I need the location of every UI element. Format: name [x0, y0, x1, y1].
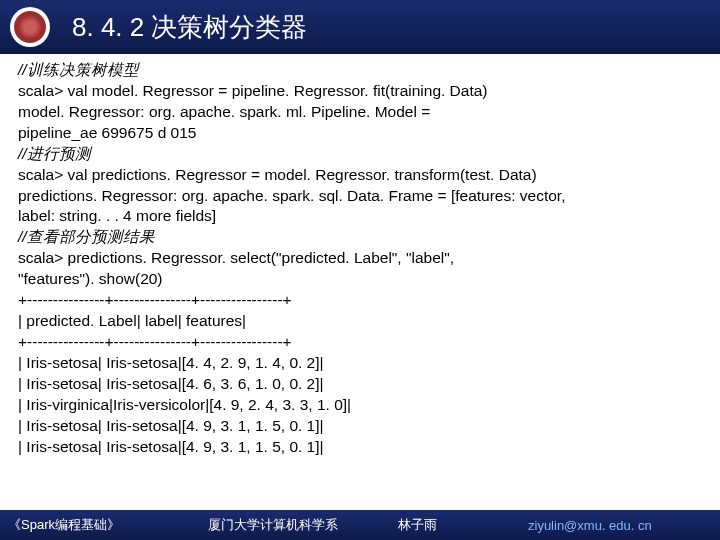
table-row: | Iris-setosa| Iris-setosa|[4. 6, 3. 6, … [18, 374, 702, 395]
slide-header: 8. 4. 2 决策树分类器 [0, 0, 720, 54]
slide-content: //训练决策树模型 scala> val model. Regressor = … [0, 54, 720, 510]
table-row: | Iris-setosa| Iris-setosa|[4. 9, 3. 1, … [18, 437, 702, 458]
code-line: "features"). show(20) [18, 269, 702, 290]
footer-department: 厦门大学计算机科学系 [208, 516, 398, 534]
footer-author: 林子雨 [398, 516, 528, 534]
logo-seal [14, 11, 46, 43]
code-line: scala> val predictions. Regressor = mode… [18, 165, 702, 186]
comment-view-results: //查看部分预测结果 [18, 227, 702, 248]
footer-book-title: 《Spark编程基础》 [8, 516, 208, 534]
comment-train: //训练决策树模型 [18, 60, 702, 81]
table-row: | Iris-virginica|Iris-versicolor|[4. 9, … [18, 395, 702, 416]
code-line: scala> val model. Regressor = pipeline. … [18, 81, 702, 102]
table-row: | Iris-setosa| Iris-setosa|[4. 4, 2. 9, … [18, 353, 702, 374]
table-divider: +---------------+---------------+-------… [18, 332, 702, 353]
slide-title: 8. 4. 2 决策树分类器 [72, 10, 308, 45]
table-divider: +---------------+---------------+-------… [18, 290, 702, 311]
code-line: label: string. . . 4 more fields] [18, 206, 702, 227]
university-logo [10, 7, 50, 47]
table-row: | Iris-setosa| Iris-setosa|[4. 9, 3. 1, … [18, 416, 702, 437]
code-line: scala> predictions. Regressor. select("p… [18, 248, 702, 269]
code-line: pipeline_ae 699675 d 015 [18, 123, 702, 144]
footer-email: ziyulin@xmu. edu. cn [528, 518, 652, 533]
code-line: predictions. Regressor: org. apache. spa… [18, 186, 702, 207]
comment-predict: //进行预测 [18, 144, 702, 165]
table-header-row: | predicted. Label| label| features| [18, 311, 702, 332]
code-line: model. Regressor: org. apache. spark. ml… [18, 102, 702, 123]
slide-footer: 《Spark编程基础》 厦门大学计算机科学系 林子雨 ziyulin@xmu. … [0, 510, 720, 540]
